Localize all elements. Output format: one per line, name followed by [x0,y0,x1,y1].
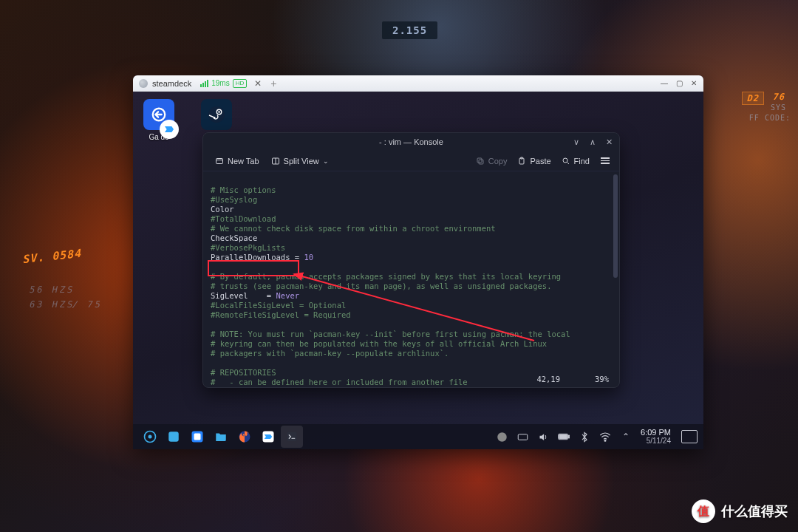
terminal-area[interactable]: # Misc options #UseSyslog Color #TotalDo… [203,171,619,387]
konsole-minimize-button[interactable]: ∨ [570,136,582,148]
tray-steam-icon[interactable] [496,431,508,443]
new-tab-label: New Tab [228,157,259,166]
term-line: # trusts (see pacman-key and its man pag… [211,282,551,290]
remote-titlebar[interactable]: steamdeck 19ms HD ✕ + — ▢ ✕ [133,75,703,92]
window-maximize-button[interactable]: ▢ [672,78,686,89]
tray-keyboard-icon[interactable] [516,431,528,443]
term-line: # - can be defined here or included from… [211,378,468,386]
split-view-button[interactable]: Split View ⌄ [267,154,333,168]
hud-d2: D2 [742,92,764,105]
svg-rect-20 [287,432,297,441]
remote-title: steamdeck [152,79,191,88]
latency-value: 19ms [211,79,229,87]
term-line: CheckSpace [211,233,257,242]
remote-favicon [139,79,148,88]
term-line: # NOTE: You must run `pacman-key --init`… [211,330,570,338]
hud-ff: FF CODE: [749,114,791,122]
svg-point-3 [218,111,220,113]
term-line: # keyring can then be populated with the… [211,339,547,348]
new-tab-button[interactable]: New Tab [211,154,264,168]
chevron-down-icon: ⌄ [323,157,329,165]
svg-point-1 [208,106,225,123]
term-line: #VerbosePkgLists [211,243,285,252]
term-line: #TotalDownload [211,214,276,223]
konsole-title: - : vim — Konsole [379,137,443,146]
taskbar-app-settings[interactable] [163,426,185,448]
term-line: Color [211,205,234,214]
svg-rect-25 [559,435,567,439]
svg-point-11 [563,158,567,163]
tray-wifi-icon[interactable] [599,431,611,443]
tab-close-button[interactable]: ✕ [253,78,263,89]
system-tray: ⌃ [496,431,632,443]
kde-taskbar: ⌃ 6:09 PM 5/11/24 [133,424,703,449]
konsole-maximize-button[interactable]: ∧ [587,136,598,148]
vim-status-cursor: 42,19 [536,375,560,384]
smzdm-text: 什么值得买 [721,502,788,520]
tray-battery-icon[interactable] [558,431,570,443]
konsole-close-button[interactable]: ✕ [603,136,615,148]
find-button[interactable]: Find [557,154,594,168]
konsole-toolbar: New Tab Split View ⌄ Copy Paste [203,151,619,171]
svg-rect-22 [518,434,528,440]
siglevel-key: SigLevel = [211,291,276,300]
term-line: # REPOSITORIES [211,368,276,377]
term-line: ParallelDownloads = [211,253,304,262]
terminal-scrollbar[interactable] [613,174,618,278]
tray-volume-icon[interactable] [537,431,549,443]
taskbar-app-dolphin[interactable] [210,426,232,448]
tab-add-button[interactable]: + [270,78,276,89]
svg-rect-17 [194,434,201,440]
term-line: # By default, pacman accepts packages si… [211,272,561,281]
hud-sub3: / 75 [72,299,104,310]
konsole-titlebar[interactable]: - : vim — Konsole ∨ ∧ ✕ [203,133,619,151]
steam-icon [201,99,232,130]
svg-rect-15 [168,432,179,442]
remote-desktop-window: steamdeck 19ms HD ✕ + — ▢ ✕ Ga de [133,75,703,449]
desktop-icon-gaming-mode[interactable]: Ga de [137,99,180,141]
show-desktop-button[interactable] [681,430,698,443]
term-line: #LocalFileSigLevel = Optional [211,301,346,310]
hud-sub1: 56 HZS [29,284,76,295]
taskbar-clock[interactable]: 6:09 PM 5/11/24 [641,428,671,446]
tray-bluetooth-icon[interactable] [579,431,590,443]
remote-desktop-area[interactable]: Ga de Steam - : vim — Konsole ∨ ∧ ✕ [133,92,703,449]
taskbar-app-konsole[interactable] [281,426,303,448]
svg-point-14 [149,435,152,439]
tray-chevron-up-icon[interactable]: ⌃ [620,431,632,443]
term-line: # We cannot check disk space from within… [211,224,496,233]
svg-point-21 [497,432,507,442]
hud-sys: SYS [771,103,786,112]
hud-top-value: 2.155 [382,21,437,39]
connection-quality-badge: 19ms HD [200,79,247,88]
application-launcher-button[interactable] [139,426,161,448]
taskbar-app-firefox[interactable] [233,426,256,448]
svg-rect-24 [568,435,570,438]
paste-label: Paste [530,157,550,166]
term-line: # Misc options [211,185,276,194]
svg-point-26 [604,440,606,441]
hud-d2-val: 76 [773,92,785,102]
konsole-window: - : vim — Konsole ∨ ∧ ✕ New Tab Split Vi… [202,132,620,388]
term-line: #UseSyslog [211,195,257,204]
vim-status-percent: 39% [595,375,609,384]
svg-point-4 [214,117,216,119]
copy-button[interactable]: Copy [471,154,512,168]
hamburger-menu-button[interactable] [598,154,612,168]
find-label: Find [574,157,590,166]
clock-date: 5/11/24 [647,437,671,446]
window-close-button[interactable]: ✕ [687,78,700,89]
taskbar-app-todesk[interactable] [257,426,279,448]
todesk-overlay-icon [160,120,179,139]
svg-rect-7 [479,160,483,164]
term-value: 10 [304,253,313,262]
taskbar-app-discover[interactable] [186,426,208,448]
siglevel-value: Never [276,291,300,300]
window-minimize-button[interactable]: — [658,78,671,89]
paste-button[interactable]: Paste [513,154,555,168]
split-view-label: Split View [284,157,319,166]
term-line: #RemoteFileSigLevel = Required [211,310,351,319]
smzdm-badge-icon: 值 [692,499,715,523]
svg-rect-5 [216,158,223,163]
signal-bars-icon [200,80,208,87]
